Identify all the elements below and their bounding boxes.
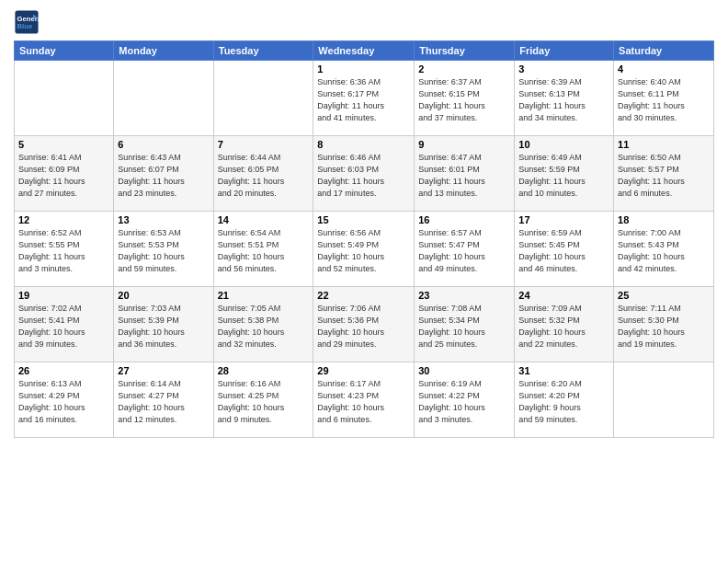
calendar-cell: 1Sunrise: 6:36 AMSunset: 6:17 PMDaylight… bbox=[313, 61, 415, 136]
calendar-cell: 20Sunrise: 7:03 AMSunset: 5:39 PMDayligh… bbox=[114, 287, 213, 362]
calendar-cell bbox=[614, 362, 714, 438]
calendar-cell: 16Sunrise: 6:57 AMSunset: 5:47 PMDayligh… bbox=[415, 212, 515, 287]
calendar-cell: 14Sunrise: 6:54 AMSunset: 5:51 PMDayligh… bbox=[213, 212, 313, 287]
calendar-cell: 24Sunrise: 7:09 AMSunset: 5:32 PMDayligh… bbox=[515, 287, 614, 362]
calendar-cell bbox=[114, 61, 213, 136]
day-info: Sunrise: 6:56 AMSunset: 5:49 PMDaylight:… bbox=[317, 227, 410, 275]
calendar-cell: 8Sunrise: 6:46 AMSunset: 6:03 PMDaylight… bbox=[313, 136, 415, 212]
weekday-header: Monday bbox=[114, 41, 213, 61]
logo-icon: General Blue bbox=[14, 9, 40, 35]
day-number: 30 bbox=[418, 365, 510, 376]
logo: General Blue bbox=[14, 9, 43, 35]
day-info: Sunrise: 7:03 AMSunset: 5:39 PMDaylight:… bbox=[118, 303, 209, 350]
calendar-cell: 26Sunrise: 6:13 AMSunset: 4:29 PMDayligh… bbox=[15, 362, 114, 438]
day-info: Sunrise: 6:54 AMSunset: 5:51 PMDaylight:… bbox=[218, 227, 310, 275]
calendar-cell: 15Sunrise: 6:56 AMSunset: 5:49 PMDayligh… bbox=[313, 212, 415, 287]
day-info: Sunrise: 6:39 AMSunset: 6:13 PMDaylight:… bbox=[518, 76, 609, 124]
calendar-week-row: 19Sunrise: 7:02 AMSunset: 5:41 PMDayligh… bbox=[15, 287, 714, 362]
day-number: 25 bbox=[618, 290, 710, 301]
day-number: 7 bbox=[218, 139, 310, 150]
day-info: Sunrise: 6:40 AMSunset: 6:11 PMDaylight:… bbox=[618, 76, 710, 124]
calendar-cell: 11Sunrise: 6:50 AMSunset: 5:57 PMDayligh… bbox=[614, 136, 714, 212]
day-number: 4 bbox=[618, 63, 710, 75]
calendar-cell: 9Sunrise: 6:47 AMSunset: 6:01 PMDaylight… bbox=[415, 136, 515, 212]
day-number: 9 bbox=[418, 139, 510, 150]
weekday-header: Sunday bbox=[15, 41, 114, 61]
calendar-cell: 22Sunrise: 7:06 AMSunset: 5:36 PMDayligh… bbox=[313, 287, 415, 362]
day-number: 26 bbox=[18, 365, 109, 376]
day-number: 11 bbox=[618, 139, 710, 150]
weekday-header: Friday bbox=[515, 41, 614, 61]
day-info: Sunrise: 6:53 AMSunset: 5:53 PMDaylight:… bbox=[118, 227, 209, 275]
day-number: 1 bbox=[317, 63, 410, 75]
day-info: Sunrise: 6:52 AMSunset: 5:55 PMDaylight:… bbox=[18, 227, 109, 275]
day-number: 27 bbox=[118, 365, 209, 376]
day-number: 24 bbox=[518, 290, 609, 301]
day-info: Sunrise: 6:14 AMSunset: 4:27 PMDaylight:… bbox=[118, 378, 209, 426]
calendar-cell bbox=[213, 61, 313, 136]
day-number: 14 bbox=[218, 214, 310, 225]
day-number: 15 bbox=[317, 214, 410, 225]
calendar-cell: 3Sunrise: 6:39 AMSunset: 6:13 PMDaylight… bbox=[515, 61, 614, 136]
calendar-cell: 31Sunrise: 6:20 AMSunset: 4:20 PMDayligh… bbox=[515, 362, 614, 438]
day-info: Sunrise: 6:59 AMSunset: 5:45 PMDaylight:… bbox=[518, 227, 609, 275]
day-info: Sunrise: 6:46 AMSunset: 6:03 PMDaylight:… bbox=[317, 152, 410, 200]
day-number: 28 bbox=[218, 365, 310, 376]
weekday-header: Tuesday bbox=[213, 41, 313, 61]
day-info: Sunrise: 6:47 AMSunset: 6:01 PMDaylight:… bbox=[418, 152, 510, 200]
calendar-cell: 5Sunrise: 6:41 AMSunset: 6:09 PMDaylight… bbox=[15, 136, 114, 212]
day-number: 2 bbox=[418, 63, 510, 75]
calendar-cell: 21Sunrise: 7:05 AMSunset: 5:38 PMDayligh… bbox=[213, 287, 313, 362]
day-number: 31 bbox=[518, 365, 609, 376]
day-number: 3 bbox=[518, 63, 609, 75]
day-info: Sunrise: 7:06 AMSunset: 5:36 PMDaylight:… bbox=[317, 303, 410, 350]
day-info: Sunrise: 7:11 AMSunset: 5:30 PMDaylight:… bbox=[618, 303, 710, 350]
day-number: 8 bbox=[317, 139, 410, 150]
calendar-week-row: 5Sunrise: 6:41 AMSunset: 6:09 PMDaylight… bbox=[15, 136, 714, 212]
calendar-cell: 17Sunrise: 6:59 AMSunset: 5:45 PMDayligh… bbox=[515, 212, 614, 287]
day-info: Sunrise: 6:57 AMSunset: 5:47 PMDaylight:… bbox=[418, 227, 510, 275]
svg-text:General: General bbox=[17, 15, 40, 23]
day-number: 23 bbox=[418, 290, 510, 301]
weekday-header: Saturday bbox=[614, 41, 714, 61]
day-info: Sunrise: 6:20 AMSunset: 4:20 PMDaylight:… bbox=[518, 378, 609, 426]
day-number: 16 bbox=[418, 214, 510, 225]
day-number: 20 bbox=[118, 290, 209, 301]
day-number: 18 bbox=[618, 214, 710, 225]
day-info: Sunrise: 7:05 AMSunset: 5:38 PMDaylight:… bbox=[218, 303, 310, 350]
day-info: Sunrise: 6:13 AMSunset: 4:29 PMDaylight:… bbox=[18, 378, 109, 426]
day-info: Sunrise: 6:19 AMSunset: 4:22 PMDaylight:… bbox=[418, 378, 510, 426]
calendar-cell: 6Sunrise: 6:43 AMSunset: 6:07 PMDaylight… bbox=[114, 136, 213, 212]
day-info: Sunrise: 6:44 AMSunset: 6:05 PMDaylight:… bbox=[218, 152, 310, 200]
day-number: 19 bbox=[18, 290, 109, 301]
calendar-cell: 25Sunrise: 7:11 AMSunset: 5:30 PMDayligh… bbox=[614, 287, 714, 362]
weekday-header: Thursday bbox=[415, 41, 515, 61]
day-info: Sunrise: 7:09 AMSunset: 5:32 PMDaylight:… bbox=[518, 303, 609, 350]
day-number: 10 bbox=[518, 139, 609, 150]
calendar-header-row: SundayMondayTuesdayWednesdayThursdayFrid… bbox=[15, 41, 714, 61]
calendar-cell: 7Sunrise: 6:44 AMSunset: 6:05 PMDaylight… bbox=[213, 136, 313, 212]
weekday-header: Wednesday bbox=[313, 41, 415, 61]
day-info: Sunrise: 7:00 AMSunset: 5:43 PMDaylight:… bbox=[618, 227, 710, 275]
calendar-cell: 30Sunrise: 6:19 AMSunset: 4:22 PMDayligh… bbox=[415, 362, 515, 438]
header: General Blue bbox=[14, 9, 714, 35]
day-number: 13 bbox=[118, 214, 209, 225]
day-number: 5 bbox=[18, 139, 109, 150]
calendar-cell: 23Sunrise: 7:08 AMSunset: 5:34 PMDayligh… bbox=[415, 287, 515, 362]
calendar-week-row: 26Sunrise: 6:13 AMSunset: 4:29 PMDayligh… bbox=[15, 362, 714, 438]
calendar-cell: 27Sunrise: 6:14 AMSunset: 4:27 PMDayligh… bbox=[114, 362, 213, 438]
day-number: 21 bbox=[218, 290, 310, 301]
calendar-cell: 29Sunrise: 6:17 AMSunset: 4:23 PMDayligh… bbox=[313, 362, 415, 438]
day-info: Sunrise: 7:08 AMSunset: 5:34 PMDaylight:… bbox=[418, 303, 510, 350]
day-info: Sunrise: 7:02 AMSunset: 5:41 PMDaylight:… bbox=[18, 303, 109, 350]
calendar-cell: 18Sunrise: 7:00 AMSunset: 5:43 PMDayligh… bbox=[614, 212, 714, 287]
day-number: 6 bbox=[118, 139, 209, 150]
calendar-page: General Blue SundayMondayTuesdayWednesda… bbox=[0, 0, 728, 563]
calendar-cell: 13Sunrise: 6:53 AMSunset: 5:53 PMDayligh… bbox=[114, 212, 213, 287]
day-info: Sunrise: 6:16 AMSunset: 4:25 PMDaylight:… bbox=[218, 378, 310, 426]
calendar-cell: 2Sunrise: 6:37 AMSunset: 6:15 PMDaylight… bbox=[415, 61, 515, 136]
day-info: Sunrise: 6:43 AMSunset: 6:07 PMDaylight:… bbox=[118, 152, 209, 200]
calendar-cell bbox=[15, 61, 114, 136]
day-number: 12 bbox=[18, 214, 109, 225]
day-info: Sunrise: 6:17 AMSunset: 4:23 PMDaylight:… bbox=[317, 378, 410, 426]
